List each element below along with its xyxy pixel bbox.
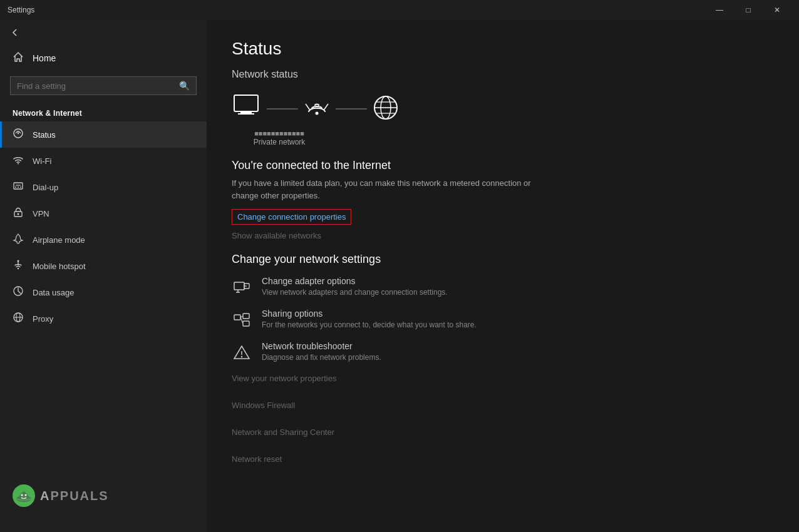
proxy-icon bbox=[13, 312, 24, 325]
back-icon bbox=[10, 28, 20, 38]
sharing-text: Sharing options For the networks you con… bbox=[262, 309, 477, 329]
sharing-icon bbox=[232, 310, 252, 330]
change-connection-link[interactable]: Change connection properties bbox=[232, 209, 351, 225]
show-networks-link[interactable]: Show available networks bbox=[232, 231, 774, 240]
globe-icon bbox=[369, 93, 402, 125]
sidebar: Home 🔍 Network & Internet Status bbox=[0, 20, 207, 532]
troubleshooter-text: Network troubleshooter Diagnose and fix … bbox=[262, 341, 381, 362]
maximize-button[interactable]: □ bbox=[734, 0, 763, 20]
connection-line-1 bbox=[267, 108, 298, 110]
sidebar-label-vpn: VPN bbox=[33, 209, 49, 218]
svg-point-17 bbox=[21, 494, 23, 496]
airplane-icon bbox=[13, 233, 24, 247]
svg-point-22 bbox=[316, 112, 319, 115]
content-area: Status Network status bbox=[207, 20, 799, 532]
sidebar-label-hotspot: Mobile hotspot bbox=[33, 262, 86, 271]
sidebar-item-dialup[interactable]: Dial-up bbox=[0, 174, 207, 200]
svg-rect-36 bbox=[243, 314, 249, 319]
svg-line-23 bbox=[306, 104, 310, 110]
main-layout: Home 🔍 Network & Internet Status bbox=[0, 20, 799, 532]
change-settings-title: Change your network settings bbox=[232, 253, 774, 266]
adapter-text: Change adapter options View network adap… bbox=[262, 276, 448, 297]
svg-rect-37 bbox=[243, 321, 249, 326]
minimize-button[interactable]: — bbox=[705, 0, 734, 20]
network-reset-link[interactable]: Network reset bbox=[232, 454, 774, 464]
svg-point-6 bbox=[18, 187, 19, 188]
sidebar-label-status: Status bbox=[33, 130, 56, 140]
troubleshooter-title: Network troubleshooter bbox=[262, 341, 381, 351]
sidebar-label-airplane: Airplane mode bbox=[33, 235, 85, 245]
computer-icon bbox=[232, 93, 264, 125]
extra-links: View your network properties Windows Fir… bbox=[232, 374, 774, 476]
svg-point-11 bbox=[18, 260, 19, 262]
sharing-title: Sharing options bbox=[262, 309, 477, 319]
search-input[interactable] bbox=[17, 81, 174, 91]
wifi-icon bbox=[13, 154, 24, 168]
close-button[interactable]: ✕ bbox=[763, 0, 791, 20]
sidebar-item-hotspot[interactable]: Mobile hotspot bbox=[0, 253, 207, 279]
sidebar-label-wifi: Wi-Fi bbox=[33, 156, 51, 166]
sharing-desc: For the networks you connect to, decide … bbox=[262, 320, 477, 329]
search-box: 🔍 bbox=[10, 76, 197, 95]
dialup-icon bbox=[13, 180, 24, 194]
svg-rect-3 bbox=[14, 183, 23, 189]
svg-point-9 bbox=[18, 213, 19, 215]
svg-point-10 bbox=[18, 268, 19, 269]
network-sharing-center-link[interactable]: Network and Sharing Center bbox=[232, 427, 774, 437]
svg-point-18 bbox=[25, 494, 27, 496]
view-network-properties-link[interactable]: View your network properties bbox=[232, 374, 774, 383]
status-icon bbox=[13, 128, 24, 141]
sidebar-label-proxy: Proxy bbox=[33, 314, 53, 324]
adapter-title: Change adapter options bbox=[262, 276, 448, 286]
home-icon bbox=[13, 51, 24, 65]
troubleshooter-option[interactable]: Network troubleshooter Diagnose and fix … bbox=[232, 341, 774, 362]
sidebar-item-status[interactable]: Status bbox=[0, 121, 207, 148]
datausage-icon bbox=[13, 285, 24, 299]
hotspot-icon bbox=[13, 259, 24, 273]
network-icons-row bbox=[232, 93, 402, 125]
svg-rect-35 bbox=[234, 315, 240, 320]
titlebar: Settings — □ ✕ bbox=[0, 0, 799, 20]
sidebar-label-datausage: Data usage bbox=[33, 288, 75, 297]
adapter-option[interactable]: Change adapter options View network adap… bbox=[232, 276, 774, 297]
troubleshooter-desc: Diagnose and fix network problems. bbox=[262, 353, 381, 362]
adapter-desc: View network adapters and change connect… bbox=[262, 288, 448, 297]
sidebar-section-title: Network & Internet bbox=[0, 100, 207, 121]
svg-rect-19 bbox=[234, 95, 258, 111]
svg-point-1 bbox=[18, 133, 19, 134]
home-label: Home bbox=[33, 53, 56, 63]
sidebar-item-datausage[interactable]: Data usage bbox=[0, 279, 207, 305]
windows-firewall-link[interactable]: Windows Firewall bbox=[232, 401, 774, 410]
sidebar-item-vpn[interactable]: VPN bbox=[0, 200, 207, 227]
connected-desc: If you have a limited data plan, you can… bbox=[232, 177, 545, 202]
logo-icon bbox=[13, 484, 35, 507]
sidebar-label-dialup: Dial-up bbox=[33, 183, 58, 192]
page-title: Status bbox=[232, 39, 774, 59]
titlebar-controls: — □ ✕ bbox=[705, 0, 791, 20]
sidebar-item-proxy[interactable]: Proxy bbox=[0, 305, 207, 332]
svg-point-5 bbox=[15, 187, 16, 188]
connected-title: You're connected to the Internet bbox=[232, 159, 774, 172]
svg-rect-30 bbox=[234, 282, 244, 290]
connection-line-2 bbox=[336, 108, 367, 110]
titlebar-title: Settings bbox=[8, 6, 705, 14]
network-label: ■■■■■■■■■■■■ Private network bbox=[254, 129, 306, 146]
back-button[interactable] bbox=[0, 20, 207, 45]
router-icon bbox=[301, 93, 333, 125]
vpn-icon bbox=[13, 207, 24, 220]
svg-line-24 bbox=[324, 104, 328, 110]
sidebar-item-airplane[interactable]: Airplane mode bbox=[0, 227, 207, 253]
sidebar-item-wifi[interactable]: Wi-Fi bbox=[0, 148, 207, 174]
svg-rect-21 bbox=[238, 113, 254, 115]
search-icon: 🔍 bbox=[179, 81, 190, 91]
network-diagram-inner: ■■■■■■■■■■■■ Private network bbox=[232, 93, 402, 146]
svg-point-41 bbox=[241, 356, 242, 357]
troubleshooter-icon bbox=[232, 342, 252, 362]
network-diagram: ■■■■■■■■■■■■ Private network bbox=[232, 93, 774, 146]
svg-point-7 bbox=[20, 187, 21, 188]
sharing-option[interactable]: Sharing options For the networks you con… bbox=[232, 309, 774, 330]
appuals-logo: APPUALS bbox=[0, 472, 207, 519]
adapter-icon bbox=[232, 277, 252, 297]
svg-point-2 bbox=[18, 163, 19, 165]
sidebar-item-home[interactable]: Home bbox=[0, 45, 207, 71]
